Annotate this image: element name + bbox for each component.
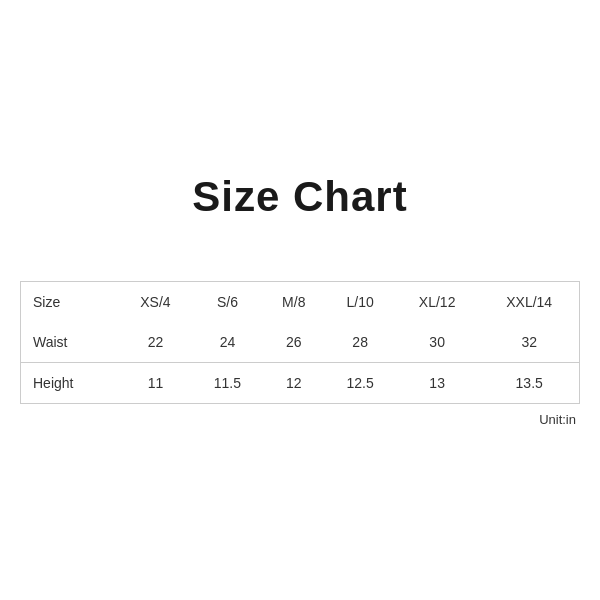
page-container: Size Chart SizeXS/4S/6M/8L/10XL/12XXL/14… <box>20 173 580 427</box>
cell-waist-0: 22 <box>118 322 193 363</box>
page-title: Size Chart <box>20 173 580 221</box>
header-col-M-8: M/8 <box>262 282 325 322</box>
header-col-L-10: L/10 <box>325 282 395 322</box>
header-size-label: Size <box>21 282 118 322</box>
table-header-row: SizeXS/4S/6M/8L/10XL/12XXL/14 <box>21 282 579 322</box>
header-col-XL-12: XL/12 <box>395 282 480 322</box>
cell-waist-1: 24 <box>193 322 263 363</box>
table-row: Waist222426283032 <box>21 322 579 363</box>
cell-height-0: 11 <box>118 363 193 404</box>
header-col-XXL-14: XXL/14 <box>479 282 579 322</box>
cell-height-3: 12.5 <box>325 363 395 404</box>
table-row: Height1111.51212.51313.5 <box>21 363 579 404</box>
cell-height-5: 13.5 <box>479 363 579 404</box>
cell-waist-4: 30 <box>395 322 480 363</box>
cell-waist-3: 28 <box>325 322 395 363</box>
header-col-S-6: S/6 <box>193 282 263 322</box>
row-label-height: Height <box>21 363 118 404</box>
row-label-waist: Waist <box>21 322 118 363</box>
cell-waist-2: 26 <box>262 322 325 363</box>
header-col-XS-4: XS/4 <box>118 282 193 322</box>
cell-height-4: 13 <box>395 363 480 404</box>
cell-height-1: 11.5 <box>193 363 263 404</box>
cell-height-2: 12 <box>262 363 325 404</box>
size-chart-table: SizeXS/4S/6M/8L/10XL/12XXL/14 Waist22242… <box>20 281 580 404</box>
cell-waist-5: 32 <box>479 322 579 363</box>
unit-label: Unit:in <box>20 404 580 427</box>
table-body: Waist222426283032Height1111.51212.51313.… <box>21 322 579 403</box>
